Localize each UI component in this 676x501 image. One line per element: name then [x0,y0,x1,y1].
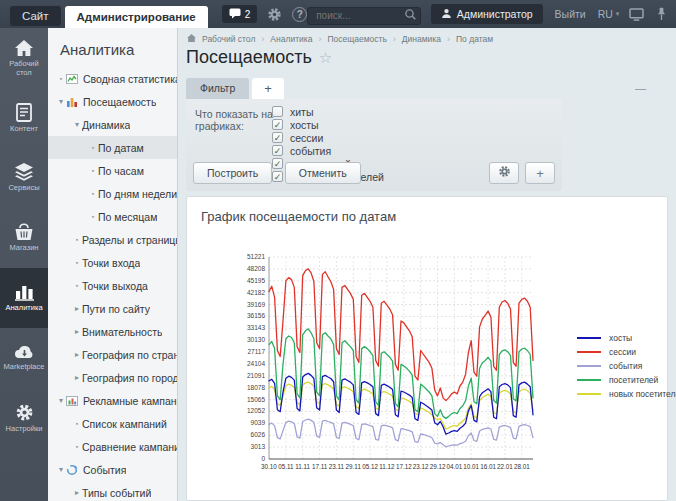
site-tab[interactable]: Сайт [10,6,61,26]
sidebar-item[interactable]: ▪Разделы и страницы [48,228,177,251]
breadcrumb-item[interactable]: Динамика [402,34,441,44]
rail-item-marketplace[interactable]: Marketplace [0,328,48,388]
sidebar-item-label: По дням недели [98,188,177,200]
bullet-icon: ▪ [72,259,82,266]
checkbox-row[interactable]: хиты [272,105,384,118]
sidebar-item-label: По датам [98,142,144,154]
svg-text:36156: 36156 [247,312,265,319]
sidebar-item[interactable]: ▪Список кампаний [48,412,177,435]
notifications-button[interactable]: 2 [222,5,258,23]
svg-text:23.12: 23.12 [413,463,429,470]
campaign-icon [66,395,79,407]
gear-icon[interactable] [267,5,282,23]
analytics-icon [15,283,34,301]
bullet-icon: ▪ [72,420,82,427]
sidebar-item-label: По месяцам [98,211,157,223]
sidebar-item[interactable]: ▸География по странам [48,343,177,366]
sidebar-item[interactable]: ▸Внимательность [48,320,177,343]
sidebar-item-label: Точки входа [82,257,140,269]
language-selector[interactable]: RU ▾ [598,8,620,20]
sidebar-item[interactable]: ▾События [48,458,177,481]
rail-item-label: Аналитика [3,304,44,313]
legend-label: новых посетителей [609,389,676,399]
filter-tab[interactable]: Фильтр [186,78,249,99]
pin-icon[interactable] [654,5,668,23]
breadcrumb-item[interactable]: Рабочий стол [202,34,255,44]
checkbox-row[interactable]: ✓хосты [272,118,384,131]
rail-item-content[interactable]: Контент [0,88,48,148]
breadcrumb-item[interactable]: Аналитика [270,34,312,44]
rail-item-store[interactable]: Магазин [0,208,48,268]
language-label: RU [598,8,613,20]
desktop-icon[interactable] [629,5,644,23]
svg-text:18078: 18078 [247,384,265,391]
filter-field-label: Что показать на графиках: [195,108,273,132]
sidebar-item[interactable]: ▪По месяцам [48,205,177,228]
traffic-chart-svg: 0301360269039120521506518078210912410427… [239,247,549,482]
breadcrumb: Рабочий стол›Аналитика›Посещаемость›Дина… [187,34,493,44]
checkbox[interactable] [272,106,283,117]
user-button[interactable]: Администратор [431,4,543,24]
sidebar-title: Аналитика [48,28,177,67]
collapse-filter-button[interactable]: — [635,82,646,94]
sidebar-item[interactable]: ▾Динамика [48,113,177,136]
sidebar-item[interactable]: ▪Точки выхода [48,274,177,297]
cancel-button[interactable]: Отменить [285,162,361,184]
filter-add-button[interactable]: + [525,162,555,184]
favorite-star-icon[interactable]: ☆ [319,49,332,67]
chevron-right-icon: ▸ [72,488,82,497]
checkbox-row[interactable]: ✓сессии [272,131,384,144]
sidebar-item[interactable]: ▸География по городам [48,366,177,389]
sidebar-item-label: Сравнение кампаний [82,441,177,453]
sidebar-item[interactable]: ▸Пути по сайту [48,297,177,320]
nav-rail: Рабочий столКонтентСервисыМагазинАналити… [0,28,48,501]
sidebar-item-label: Посещаемость [83,96,156,108]
add-filter-tab[interactable]: + [252,78,284,99]
rail-item-analytics[interactable]: Аналитика [0,268,48,328]
svg-text:05.12: 05.12 [362,463,378,470]
sidebar-item[interactable]: ▪По дням недели [48,182,177,205]
rail-item-settings[interactable]: Настройки [0,388,48,448]
breadcrumb-item[interactable]: Посещаемость [327,34,386,44]
rail-item-home[interactable]: Рабочий стол [0,28,48,88]
sidebar-item[interactable]: ▪Сравнение кампаний [48,435,177,458]
svg-text:15065: 15065 [247,396,265,403]
search-icon[interactable] [404,7,417,25]
filter-settings-button[interactable] [489,162,519,184]
svg-text:30.10: 30.10 [261,463,277,470]
sidebar-item[interactable]: ▪По часам [48,159,177,182]
svg-text:05.11: 05.11 [278,463,294,470]
checkbox[interactable]: ✓ [272,119,283,130]
breadcrumb-separator: › [393,34,396,44]
checkbox[interactable]: ✓ [272,145,283,156]
svg-text:45195: 45195 [247,277,265,284]
store-icon [14,223,34,241]
sidebar-item[interactable]: ▪Сводная статистика [48,67,177,90]
sidebar-item[interactable]: ▪Точки входа [48,251,177,274]
svg-text:17.12: 17.12 [396,463,412,470]
bullet-icon: ▪ [88,190,98,197]
legend-label: посетителей [609,375,658,385]
home-icon[interactable] [187,34,196,44]
help-icon[interactable]: ? [292,5,307,23]
breadcrumb-separator: › [447,34,450,44]
content: Рабочий стол›Аналитика›Посещаемость›Дина… [178,28,676,501]
svg-text:29.11: 29.11 [346,463,362,470]
admin-tab[interactable]: Администрирование [65,6,208,28]
rail-item-services[interactable]: Сервисы [0,148,48,208]
sidebar-item[interactable]: ▪По датам [48,136,177,159]
svg-text:22.01: 22.01 [497,463,513,470]
svg-text:51221: 51221 [247,253,265,260]
sidebar-item[interactable]: ▾Рекламные кампании [48,389,177,412]
sidebar-item-label: Внимательность [82,326,162,338]
checkbox[interactable]: ✓ [272,132,283,143]
legend-item: сессии [577,347,676,357]
breadcrumb-item[interactable]: По датам [456,34,493,44]
logout-link[interactable]: Выйти [555,8,586,20]
svg-text:11.11: 11.11 [295,463,310,470]
services-icon [14,163,34,181]
build-button[interactable]: Построить [193,162,272,184]
checkbox-row[interactable]: ✓события [272,144,384,157]
sidebar-item[interactable]: ▾Посещаемость [48,90,177,113]
sidebar-item[interactable]: ▸Типы событий [48,481,177,501]
